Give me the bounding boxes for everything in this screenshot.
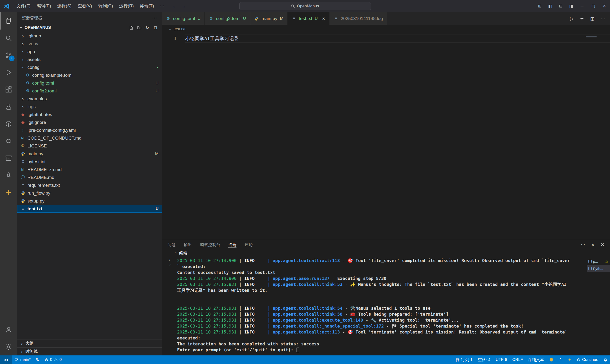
tree-folder-app[interactable]: ›app bbox=[17, 48, 162, 55]
status-bell[interactable] bbox=[601, 355, 610, 364]
tree-folder-logs[interactable]: ›logs bbox=[17, 103, 162, 111]
terminal-session-Pyth...[interactable]: Pyth... bbox=[587, 265, 610, 272]
terminal-link[interactable]: app.agent.toolcall:_handle_special_tool:… bbox=[273, 324, 384, 328]
status-indentation[interactable]: 空格: 4 bbox=[475, 355, 493, 364]
tree-file-config.toml[interactable]: ⚙config.tomlU bbox=[17, 79, 162, 87]
tab-test.txt[interactable]: ≡test.txtU✕ bbox=[288, 13, 330, 25]
activity-testing-icon[interactable] bbox=[0, 98, 17, 115]
terminal-link[interactable]: app.agent.toolcall:think:58 bbox=[273, 312, 343, 317]
activity-extensions-icon[interactable] bbox=[0, 81, 17, 98]
tree-file-pytest.ini[interactable]: ⚙pytest.ini bbox=[17, 158, 162, 166]
toggle-secondary-sidebar-icon[interactable]: ◨ bbox=[566, 0, 576, 12]
terminal-link[interactable]: app.agent.base:run:137 bbox=[273, 276, 330, 281]
tree-folder-examples[interactable]: ›examples bbox=[17, 95, 162, 103]
terminal-session-p...[interactable]: p...⚠ bbox=[587, 258, 610, 265]
activity-run-debug-icon[interactable] bbox=[0, 64, 17, 81]
menu-2[interactable]: 编辑(E) bbox=[34, 0, 54, 12]
git-branch[interactable]: main* bbox=[13, 355, 33, 364]
terminal-link[interactable]: app.agent.toolcall:act:113 bbox=[273, 258, 340, 263]
tree-file-main.py[interactable]: main.pyM bbox=[17, 150, 162, 158]
panel-tab-输出[interactable]: 输出 bbox=[184, 240, 192, 249]
terminal-link[interactable]: app.agent.toolcall:think:53 bbox=[273, 282, 343, 287]
toggle-primary-sidebar-icon[interactable]: ◧ bbox=[545, 0, 556, 12]
activity-explorer-icon[interactable] bbox=[0, 13, 17, 29]
status-cursor-position[interactable]: 行 1, 列 1 bbox=[453, 355, 475, 364]
tree-folder-assets[interactable]: ›assets bbox=[17, 55, 162, 63]
menu-6[interactable]: 运行(R) bbox=[116, 0, 137, 12]
activity-source-control-icon[interactable]: 4 bbox=[0, 47, 17, 64]
menu-overflow-icon[interactable]: ⋯ bbox=[157, 0, 167, 12]
customize-layout-icon[interactable]: ⊞ bbox=[534, 0, 545, 12]
tree-file-run_flow.py[interactable]: run_flow.py bbox=[17, 189, 162, 197]
menu-7[interactable]: 终端(T) bbox=[137, 0, 157, 12]
back-icon[interactable]: ← bbox=[172, 3, 177, 9]
panel-close-icon[interactable]: ✕ bbox=[601, 242, 604, 247]
activity-account-icon[interactable] bbox=[0, 321, 17, 338]
tree-file-config2.toml[interactable]: ⚙config2.tomlU bbox=[17, 87, 162, 95]
new-file-icon[interactable] bbox=[129, 26, 133, 30]
panel-tab-问题[interactable]: 问题 bbox=[168, 240, 176, 249]
refresh-icon[interactable]: ↻ bbox=[145, 26, 149, 30]
code-editor[interactable]: 1 小铭同学AI工具学习记录 bbox=[162, 33, 610, 240]
forward-icon[interactable]: → bbox=[181, 3, 186, 9]
problems-status[interactable]: ⊗0 ⚠0 bbox=[42, 355, 64, 364]
tree-file-.gitignore[interactable]: ◆.gitignore bbox=[17, 118, 162, 126]
split-editor-icon[interactable]: ◫ bbox=[590, 16, 595, 21]
tree-folder-.github[interactable]: ›.github bbox=[17, 32, 162, 40]
explorer-section-header[interactable]: › OPENMANUS ↻⊟ bbox=[17, 23, 162, 32]
tab-config.toml[interactable]: ⚙config.tomlU bbox=[162, 13, 205, 25]
more-actions-icon[interactable]: ⋯ bbox=[601, 16, 605, 21]
terminal-link[interactable]: app.agent.toolcall:execute_tool:140 bbox=[273, 318, 363, 323]
terminal-link[interactable]: app.agent.toolcall:act:113 bbox=[273, 329, 340, 335]
status-shield[interactable] bbox=[547, 355, 556, 364]
panel-more-icon[interactable]: ⋯ bbox=[581, 242, 585, 247]
terminal-output[interactable]: 2025-03-11 10:27:14.900 | INFO | app.age… bbox=[177, 257, 587, 355]
close-button[interactable]: ✕ bbox=[599, 0, 610, 12]
status-encoding[interactable]: UTF-8 bbox=[493, 355, 510, 364]
run-python-file-icon[interactable]: ▷ bbox=[570, 16, 573, 21]
minimap[interactable] bbox=[584, 33, 607, 240]
tree-folder-config[interactable]: ›config● bbox=[17, 63, 162, 71]
tab-config2.toml[interactable]: ⚙config2.tomlU bbox=[205, 13, 250, 25]
tree-folder-.venv[interactable]: ›.venv bbox=[17, 40, 162, 48]
activity-rocket-icon[interactable] bbox=[0, 167, 17, 184]
command-center-search[interactable]: OpenManus bbox=[239, 2, 371, 10]
sidebar-section-大纲[interactable]: ›大纲 bbox=[17, 339, 162, 347]
menu-1[interactable]: 文件(F) bbox=[13, 0, 34, 12]
tree-file-config.example.toml[interactable]: ⚙config.example.toml bbox=[17, 71, 162, 79]
collapse-all-icon[interactable]: ⊟ bbox=[153, 26, 158, 30]
activity-sparkle-icon[interactable] bbox=[0, 184, 17, 201]
remote-indicator[interactable]: >< bbox=[0, 355, 13, 364]
tree-file-test.txt[interactable]: ≡test.txtU bbox=[17, 205, 162, 213]
minimize-button[interactable]: ─ bbox=[576, 0, 588, 12]
status-bot[interactable] bbox=[556, 355, 565, 364]
tree-file-requirements.txt[interactable]: ≡requirements.txt bbox=[17, 181, 162, 189]
panel-tab-评论[interactable]: 评论 bbox=[245, 240, 253, 249]
restore-button[interactable]: ▢ bbox=[588, 0, 599, 12]
sparkle-icon[interactable] bbox=[580, 16, 584, 21]
tree-file-.pre-commit-config.yaml[interactable]: !.pre-commit-config.yaml bbox=[17, 126, 162, 134]
activity-settings-icon[interactable] bbox=[0, 338, 17, 355]
panel-tab-终端[interactable]: 终端 bbox=[228, 240, 237, 249]
toggle-panel-icon[interactable]: ⊟ bbox=[556, 0, 566, 12]
panel-maximize-icon[interactable]: ∧ bbox=[591, 242, 595, 247]
close-icon[interactable]: ✕ bbox=[322, 16, 325, 21]
sidebar-section-时间线[interactable]: ›时间线 bbox=[17, 347, 162, 355]
menu-5[interactable]: 转到(G) bbox=[95, 0, 116, 12]
status-language-mode[interactable]: {} 纯文本 bbox=[526, 355, 547, 364]
sidebar-more-icon[interactable]: ⋯ bbox=[152, 15, 157, 21]
terminal-link[interactable]: app.agent.toolcall:think:54 bbox=[273, 306, 343, 311]
activity-rings-icon[interactable] bbox=[0, 132, 17, 150]
status-eol[interactable]: CRLF bbox=[510, 355, 525, 364]
activity-package-icon[interactable] bbox=[0, 115, 17, 132]
menu-3[interactable]: 选择(S) bbox=[54, 0, 75, 12]
activity-archive-icon[interactable] bbox=[0, 150, 17, 167]
tree-file-CODE_OF_CONDUCT.md[interactable]: M↓CODE_OF_CONDUCT.md bbox=[17, 134, 162, 142]
new-folder-icon[interactable] bbox=[137, 26, 141, 30]
sync-status[interactable]: ↻ bbox=[33, 355, 42, 364]
terminal-group-header[interactable]: › 终端 bbox=[162, 249, 610, 257]
tree-file-LICENSE[interactable]: ©LICENSE bbox=[17, 142, 162, 150]
tab-main.py[interactable]: main.pyM bbox=[250, 13, 288, 25]
activity-search-icon[interactable] bbox=[0, 29, 17, 47]
menu-4[interactable]: 查看(V) bbox=[75, 0, 95, 12]
